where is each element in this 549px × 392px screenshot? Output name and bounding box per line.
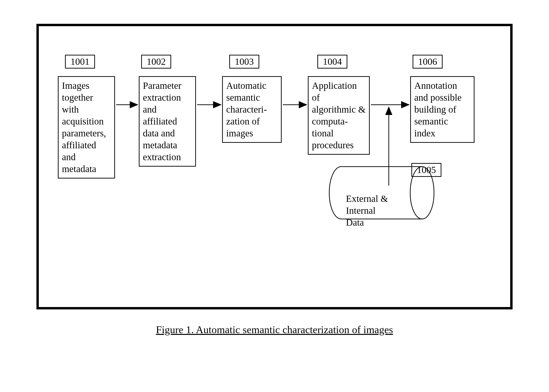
page: 1001 1002 1003 1004 1006 1005 Images tog… [0, 0, 549, 392]
box-1001: Images together with acquisition paramet… [58, 76, 115, 179]
figure-caption: Figure 1. Automatic semantic characteriz… [36, 324, 513, 336]
box-1003: Automatic semantic characteri-zation of … [222, 76, 282, 143]
cylinder-label: External & Internal Data [346, 193, 394, 229]
ref-1005: 1005 [411, 163, 441, 177]
box-1004: Application of algorithmic & computa-tio… [308, 76, 370, 155]
ref-1006: 1006 [413, 55, 443, 69]
box-1002: Parameter extraction and affiliated data… [139, 76, 196, 167]
diagram-frame: 1001 1002 1003 1004 1006 1005 Images tog… [36, 24, 513, 309]
ref-1001: 1001 [65, 55, 95, 69]
ref-1002: 1002 [141, 55, 171, 69]
ref-1003: 1003 [229, 55, 259, 69]
ref-1004: 1004 [317, 55, 347, 69]
box-1006: Annotation and possible building of sema… [410, 76, 474, 143]
